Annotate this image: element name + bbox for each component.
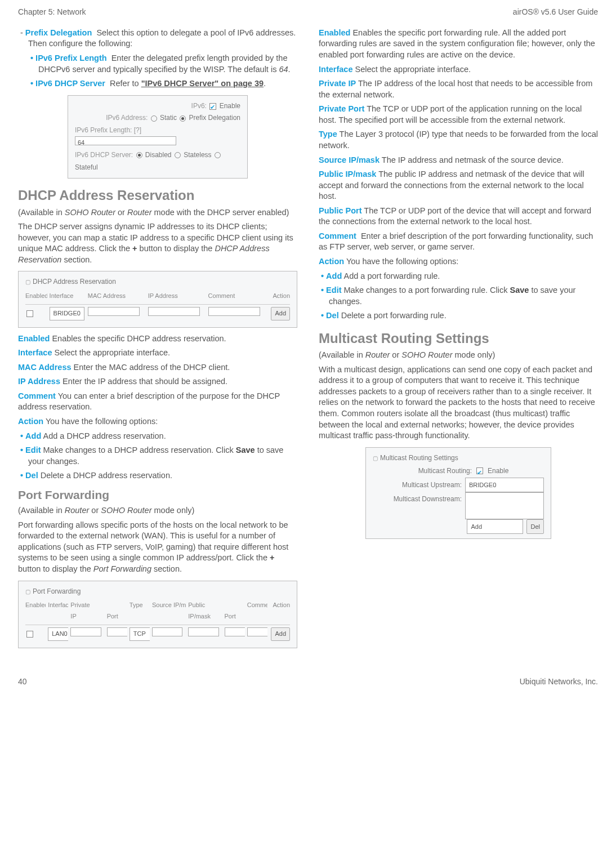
link-ipv6-dhcp-server[interactable]: "IPv6 DHCP Server" on page 39 xyxy=(141,79,264,88)
page-header: Chapter 5: Network airOS® v5.6 User Guid… xyxy=(18,7,598,17)
dhcp-stateless-radio[interactable] xyxy=(175,152,181,158)
dhcp-desc: The DHCP server assigns dynamic IP addre… xyxy=(18,221,297,265)
term-add: Add xyxy=(326,271,342,280)
heading-dhcp-reservation: DHCP Address Reservation xyxy=(18,186,297,204)
table-row: BRIDGE0 Add xyxy=(25,305,290,323)
dhcp-table-title[interactable]: DHCP Address Reservation xyxy=(25,276,290,288)
ipv6-prefix-length-input[interactable]: 64 xyxy=(75,136,176,145)
interface-select[interactable]: LAN0 xyxy=(48,627,68,641)
pf-availability: (Available in Router or SOHO Router mode… xyxy=(18,505,297,516)
right-column: Enabled Enables the specific port forwar… xyxy=(319,25,598,654)
chapter-title: Chapter 5: Network xyxy=(18,7,86,17)
term-interface: Interface xyxy=(18,348,52,357)
public-port-input[interactable] xyxy=(225,627,245,636)
default-64: 64 xyxy=(279,65,288,74)
port-forwarding-table: Port Forwarding Enabled Interface Privat… xyxy=(18,581,297,648)
ipv6-prefixdel-radio[interactable] xyxy=(180,115,186,122)
term-add: Add xyxy=(25,431,41,440)
left-column: Prefix Delegation Select this option to … xyxy=(18,25,297,654)
private-ip-input[interactable] xyxy=(70,627,101,636)
doc-title: airOS® v5.6 User Guide xyxy=(513,7,598,17)
term-action: Action xyxy=(319,257,344,266)
mr-panel-title[interactable]: Multicast Routing Settings xyxy=(373,452,544,465)
page-footer: 40 Ubiquiti Networks, Inc. xyxy=(18,676,598,687)
term-private-port: Private Port xyxy=(319,104,364,113)
term-source-ipmask: Source IP/mask xyxy=(319,155,380,164)
term-edit: Edit xyxy=(25,445,41,455)
term-private-ip: Private IP xyxy=(319,79,356,88)
term-public-port: Public Port xyxy=(319,206,362,215)
term-action: Action xyxy=(18,417,43,426)
term-prefix-delegation: Prefix Delegation xyxy=(25,28,92,37)
private-port-input[interactable] xyxy=(107,627,127,636)
del-button[interactable]: Del xyxy=(526,519,544,534)
ipv6-dhcp-server-item: IPv6 DHCP Server Refer to "IPv6 DHCP Ser… xyxy=(38,78,297,90)
source-ipmask-input[interactable] xyxy=(152,627,182,636)
term-interface: Interface xyxy=(319,65,352,74)
content-columns: Prefix Delegation Select this option to … xyxy=(18,25,598,654)
pf-desc: Port forwarding allows specific ports of… xyxy=(18,520,297,575)
dhcp-disabled-radio[interactable] xyxy=(136,152,142,158)
prefix-delegation-item: Prefix Delegation Select this option to … xyxy=(28,28,297,50)
ipv6-enable-checkbox[interactable] xyxy=(209,103,216,110)
comment-input[interactable] xyxy=(247,627,267,636)
pf-table-title[interactable]: Port Forwarding xyxy=(25,586,290,598)
add-button[interactable]: Add xyxy=(271,627,290,641)
term-del: Del xyxy=(25,471,38,480)
table-row: LAN0 TCP Add xyxy=(25,625,290,643)
term-enabled: Enabled xyxy=(319,28,350,37)
term-mac-address: MAC Address xyxy=(18,363,72,372)
interface-select[interactable]: BRIDGE0 xyxy=(50,307,84,320)
heading-port-forwarding: Port Forwarding xyxy=(18,487,297,503)
term-public-ipmask: Public IP/mask xyxy=(319,170,376,179)
mr-enable-checkbox[interactable] xyxy=(476,467,483,474)
ipv6-static-radio[interactable] xyxy=(151,115,157,122)
term-ipv6-prefix-length: IPv6 Prefix Length xyxy=(35,54,107,63)
term-edit: Edit xyxy=(326,286,341,295)
term-comment: Comment xyxy=(319,231,356,240)
mac-input[interactable] xyxy=(88,307,140,316)
row-enable-checkbox[interactable] xyxy=(26,631,33,638)
multicast-routing-panel: Multicast Routing Settings Multicast Rou… xyxy=(365,447,551,540)
row-enable-checkbox[interactable] xyxy=(26,310,33,317)
ip-input[interactable] xyxy=(148,307,200,316)
dhcp-stateful-radio[interactable] xyxy=(215,152,221,158)
ipv6-prefix-length-item: IPv6 Prefix Length Enter the delegated p… xyxy=(38,53,297,75)
downstream-list[interactable] xyxy=(465,492,544,519)
upstream-select[interactable]: BRIDGE0 xyxy=(465,478,544,492)
term-comment: Comment xyxy=(18,391,56,400)
dhcp-availability: (Available in SOHO Router or Router mode… xyxy=(18,207,297,219)
term-ip-address: IP Address xyxy=(18,377,60,386)
public-ipmask-input[interactable] xyxy=(188,627,218,636)
term-enabled: Enabled xyxy=(18,334,50,343)
add-button[interactable]: Add xyxy=(271,307,290,320)
add-select[interactable]: Add xyxy=(467,519,523,534)
dhcp-reservation-table: DHCP Address Reservation Enabled Interfa… xyxy=(18,271,297,327)
page-number: 40 xyxy=(18,676,27,687)
company-name: Ubiquiti Networks, Inc. xyxy=(520,676,598,687)
mr-availability: (Available in Router or SOHO Router mode… xyxy=(319,350,598,361)
term-ipv6-dhcp-server: IPv6 DHCP Server xyxy=(35,79,105,88)
term-type: Type xyxy=(319,130,337,139)
mr-desc: With a multicast design, applications ca… xyxy=(319,364,598,442)
comment-input[interactable] xyxy=(208,307,261,316)
term-del: Del xyxy=(326,311,339,320)
type-select[interactable]: TCP xyxy=(130,627,150,641)
heading-multicast-routing: Multicast Routing Settings xyxy=(319,329,598,347)
ipv6-settings-panel: IPv6: Enable IPv6 Address: Static Prefix… xyxy=(68,95,248,179)
